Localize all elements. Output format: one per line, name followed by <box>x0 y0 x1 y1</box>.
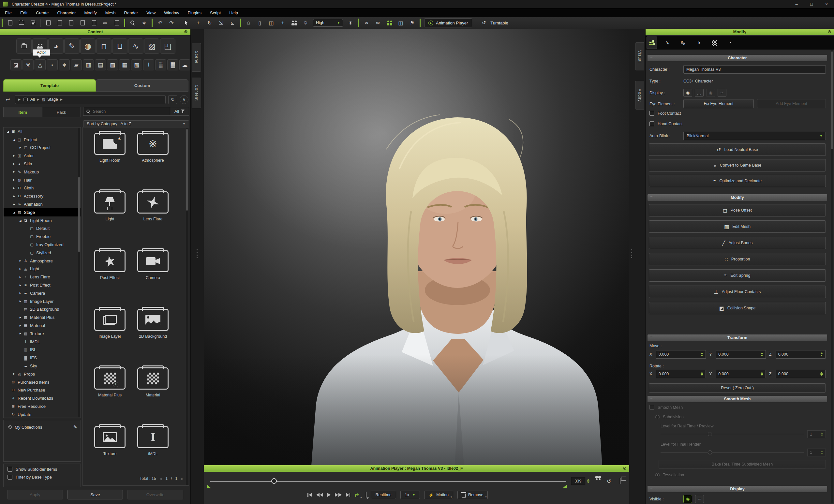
pose-offset-button[interactable]: ◻ Pose Offset <box>649 204 826 217</box>
tree-twisty-icon[interactable] <box>18 219 23 222</box>
modify-section-header[interactable]: − Modify <box>648 194 827 201</box>
tree-twisty-icon[interactable] <box>12 155 17 157</box>
edit-spring-button[interactable]: ≈ Edit Spring <box>649 269 826 282</box>
image-layer-subcat-icon[interactable]: ▥ <box>83 59 94 70</box>
tree-twisty-icon[interactable] <box>12 179 17 181</box>
post-effect-subcat-icon[interactable]: ∗ <box>59 59 70 70</box>
tree-twisty-icon[interactable] <box>5 130 10 133</box>
link-motion-icon[interactable]: ∞ <box>374 19 382 27</box>
refresh-icon[interactable]: ↻ <box>168 95 177 104</box>
sky-subcat-icon[interactable]: ☁ <box>179 59 191 70</box>
collision-shape-button[interactable]: ◩ Collision Shape <box>649 302 826 314</box>
convert-to-game-base-button[interactable]: ◒ Convert to Game Base <box>649 159 826 172</box>
checkbox-icon[interactable] <box>7 467 13 472</box>
realtime-button[interactable]: Realtime <box>371 491 396 499</box>
frame-stepper[interactable] <box>586 477 590 485</box>
minimize-button[interactable]: – <box>789 0 804 8</box>
import-goz-icon[interactable] <box>44 19 52 27</box>
breadcrumb-root[interactable]: All <box>30 97 35 102</box>
tree-item-free-resource[interactable]: ⊞ Free Resource <box>4 402 81 411</box>
tree-item-makeup[interactable]: ✎ Makeup <box>4 168 81 176</box>
show-subfolder-items-checkbox[interactable]: Show Subfolder Items <box>7 467 76 472</box>
display-section-header[interactable]: − Display <box>648 486 827 492</box>
timeline-playhead[interactable] <box>271 478 277 484</box>
animation-tab[interactable]: ∿ <box>662 37 673 49</box>
character-name-field[interactable]: Megan Thomas V3 <box>683 65 826 74</box>
content-side-tab[interactable]: Content <box>192 78 201 108</box>
tree-twisty-icon[interactable] <box>12 373 17 375</box>
tree-twisty-icon[interactable] <box>18 324 23 327</box>
tree-item-material-plus[interactable]: ▩ Material Plus <box>4 313 81 322</box>
optimize-and-decimate-button[interactable]: ◓ Optimize and Decimate <box>649 175 826 187</box>
imdl-folder[interactable]: I iMDL <box>132 426 174 456</box>
tree-item-material[interactable]: ▦ Material <box>4 322 81 330</box>
loop-icon[interactable]: ⇄ <box>354 492 359 498</box>
tree-item-image-layer[interactable]: ▥ Image Layer <box>4 297 81 305</box>
tree-twisty-icon[interactable] <box>12 187 17 190</box>
breadcrumb-back-icon[interactable]: ↩ <box>3 95 13 104</box>
tree-item-purchased-items[interactable]: ⊡ Purchased Items <box>4 378 81 386</box>
checkbox-icon[interactable] <box>7 475 13 480</box>
modify-side-tab[interactable]: Modify <box>635 81 644 110</box>
panel-splitter-handle[interactable] <box>197 249 198 259</box>
sort-dropdown[interactable]: Sort by Category : A to Z ▼ <box>83 120 189 128</box>
menu-item[interactable]: Plugins <box>183 10 206 15</box>
close-button[interactable]: × <box>819 0 834 8</box>
value-stepper[interactable] <box>701 352 703 356</box>
foot-contact-checkbox[interactable]: Foot Contact <box>650 111 681 116</box>
tree-twisty-icon[interactable] <box>12 171 17 173</box>
atmosphere-subcat-icon[interactable]: ※ <box>22 59 34 70</box>
edit-pose-icon[interactable] <box>290 19 298 27</box>
tree-item-update[interactable]: ↻ Update <box>4 411 81 418</box>
spring-tab[interactable]: ◔ <box>725 37 735 49</box>
pin-character-icon[interactable]: ◫ <box>397 19 404 27</box>
menu-item[interactable]: Window <box>160 10 183 15</box>
tree-item-stylized[interactable]: ▢ Stylized <box>4 249 81 257</box>
tree-twisty-icon[interactable] <box>12 138 17 141</box>
tree-twisty-icon[interactable] <box>18 284 23 287</box>
search-input[interactable] <box>93 109 168 114</box>
my-collections-label[interactable]: My Collections <box>15 425 42 430</box>
snap-tool-icon[interactable]: ⊾ <box>228 19 236 27</box>
menu-item[interactable]: View <box>142 10 160 15</box>
character-section-header[interactable]: − Character <box>648 55 827 61</box>
imdl-subcat-icon[interactable]: I <box>143 59 154 70</box>
screen-capture-icon[interactable] <box>113 19 120 27</box>
tree-item-props[interactable]: ◰ Props <box>4 370 81 378</box>
tree-twisty-icon[interactable] <box>12 163 17 165</box>
tree-twisty-icon[interactable] <box>18 276 23 279</box>
menu-item[interactable]: Edit <box>16 10 31 15</box>
menu-item[interactable]: Render <box>120 10 142 15</box>
move-x-field[interactable]: 0.000 <box>656 350 706 358</box>
show-eyelash-button[interactable]: ∽ <box>718 89 726 97</box>
undo-icon[interactable]: ↶ <box>156 19 164 27</box>
face-puppet-icon[interactable]: ☺ <box>302 19 309 27</box>
menu-item[interactable]: File <box>1 10 16 15</box>
tree-item-light-room[interactable]: ◪ Light Room <box>4 217 81 225</box>
select-tool-icon[interactable] <box>183 19 191 27</box>
timeline-track[interactable] <box>210 481 566 482</box>
texture-subcat-icon[interactable]: ▧ <box>131 59 142 70</box>
tree-item-skin[interactable]: ◕ Skin <box>4 160 81 168</box>
frame-number-field[interactable]: 339 <box>571 477 585 485</box>
value-stepper[interactable] <box>761 352 763 356</box>
rotate-tool-icon[interactable]: ↻ <box>206 19 214 27</box>
menu-item[interactable]: Help <box>225 10 242 15</box>
save-button[interactable]: Save <box>67 490 123 500</box>
animation-category-icon[interactable]: ∿ <box>128 39 144 54</box>
menu-item[interactable]: Modify <box>80 10 101 15</box>
save-project-icon[interactable] <box>29 19 37 27</box>
tree-item-freebie[interactable]: ▢ Freebie <box>4 233 81 241</box>
auto-blink-dropdown[interactable]: BlinkNormal ▼ <box>683 132 826 140</box>
character-calibration-icon[interactable] <box>386 19 393 27</box>
lens-flare-folder[interactable]: Lens Flare <box>132 191 174 221</box>
proportion-button[interactable]: ∷ Proportion <box>649 253 826 265</box>
rotate-x-field[interactable]: 0.000 <box>656 370 706 378</box>
tree-item-texture[interactable]: ▧ Texture <box>4 330 81 338</box>
speed-dropdown[interactable]: 1x▼ <box>400 491 420 499</box>
move-z-field[interactable]: 0.000 <box>776 350 826 358</box>
tree-item-lens-flare[interactable]: ⋆ Lens Flare <box>4 273 81 281</box>
tree-twisty-icon[interactable] <box>18 316 23 319</box>
level-preview-slider[interactable] <box>661 431 804 438</box>
makeup-category-icon[interactable]: ✎ <box>64 39 80 54</box>
